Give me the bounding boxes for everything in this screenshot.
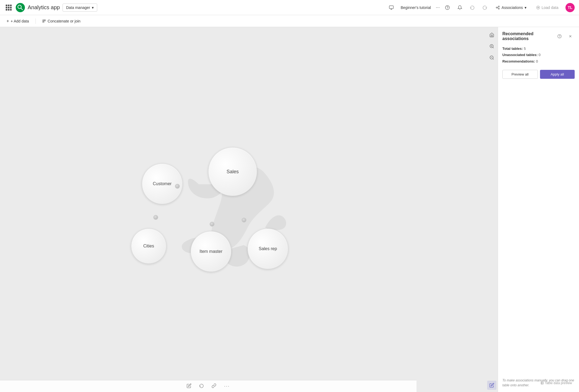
- total-tables-row: Total tables: 5: [502, 45, 575, 52]
- zoom-in-button[interactable]: [487, 42, 496, 51]
- redo-button[interactable]: [480, 3, 489, 12]
- unassociated-value: 0: [539, 53, 541, 57]
- topbar-right: Associations ▾ Load data TL: [443, 3, 575, 12]
- panel-info: Total tables: 5 Unassociated tables: 0 R…: [502, 45, 575, 64]
- node-sales-label: Sales: [226, 169, 239, 175]
- preview-all-button[interactable]: Preview all: [502, 70, 538, 79]
- svg-line-18: [493, 47, 493, 48]
- conn-dot-sales-rep: [242, 218, 246, 223]
- more-bottom-button[interactable]: ···: [223, 382, 231, 390]
- panel-header-icons: [555, 32, 575, 41]
- svg-point-7: [496, 7, 497, 8]
- bell-icon: [457, 5, 462, 10]
- associations-label: Associations: [502, 5, 523, 10]
- zoom-out-icon: [489, 55, 494, 60]
- help-icon: [445, 5, 450, 10]
- data-manager-dropdown[interactable]: Data manager ▾: [63, 4, 97, 12]
- associations-button[interactable]: Associations ▾: [493, 4, 529, 11]
- toolbar: + + Add data Concatenate or join: [0, 15, 579, 27]
- load-data-button[interactable]: Load data: [533, 4, 562, 11]
- node-sales-rep-label: Sales rep: [259, 246, 277, 251]
- svg-line-10: [497, 6, 498, 7]
- node-customer-label: Customer: [153, 181, 171, 186]
- notifications-button[interactable]: [456, 3, 464, 12]
- more-options-icon[interactable]: ···: [436, 5, 440, 10]
- grid-icon: [6, 5, 12, 11]
- panel-help-button[interactable]: [555, 32, 564, 41]
- panel-footer: To make associations manually, you can d…: [502, 378, 575, 388]
- node-sales[interactable]: Sales: [208, 147, 257, 196]
- chevron-down-icon: ▾: [92, 5, 94, 10]
- svg-line-1: [21, 8, 22, 9]
- concatenate-button[interactable]: Concatenate or join: [40, 18, 83, 24]
- total-tables-value: 5: [524, 47, 526, 51]
- add-data-button[interactable]: + + Add data: [4, 18, 31, 25]
- panel-header: Recommended associations: [502, 31, 575, 41]
- avatar-initials: TL: [568, 5, 572, 10]
- tutorial-label[interactable]: Beginner's tutorial: [398, 4, 434, 11]
- svg-rect-28: [541, 382, 543, 384]
- node-sales-rep[interactable]: Sales rep: [248, 228, 288, 269]
- svg-point-25: [560, 37, 560, 37]
- unassociated-row: Unassociated tables: 0: [502, 52, 575, 58]
- panel-close-button[interactable]: [566, 32, 575, 41]
- home-icon: [489, 32, 494, 37]
- app-menu-button[interactable]: [4, 3, 13, 12]
- pencil-icon: [489, 383, 494, 388]
- dropdown-label: Data manager: [66, 5, 90, 10]
- home-view-button[interactable]: [487, 30, 496, 40]
- recommendations-row: Recommendations: 0: [502, 58, 575, 64]
- conn-dot-item-center: [210, 222, 214, 227]
- svg-line-22: [493, 58, 493, 59]
- panel-actions: Preview all Apply all: [502, 70, 575, 79]
- edit-icon: [187, 383, 191, 388]
- divider: [35, 18, 36, 24]
- undo-bottom-button[interactable]: [198, 382, 205, 390]
- svg-rect-15: [44, 19, 45, 21]
- recommendations-value: 0: [536, 59, 538, 63]
- link-bottom-button[interactable]: [210, 382, 217, 390]
- panel-help-icon: [557, 34, 562, 38]
- panel-title: Recommended associations: [502, 31, 555, 41]
- node-cities[interactable]: Cities: [131, 228, 166, 264]
- svg-point-13: [538, 7, 539, 8]
- main-content: Sales Customer Cities Item master Sales …: [0, 27, 579, 392]
- zoom-in-icon: [489, 44, 494, 49]
- table-icon: [541, 381, 544, 385]
- unassociated-label: Unassociated tables:: [502, 53, 538, 57]
- bottom-toolbar: ···: [0, 380, 417, 392]
- side-toolbar: [486, 27, 498, 392]
- apply-all-button[interactable]: Apply all: [540, 70, 575, 79]
- screen-icon: [389, 5, 394, 10]
- canvas[interactable]: Sales Customer Cities Item master Sales …: [0, 27, 498, 392]
- concatenate-icon: [42, 19, 46, 23]
- edit-bottom-button[interactable]: [186, 382, 193, 390]
- topbar-center: Beginner's tutorial ···: [387, 3, 440, 12]
- help-button[interactable]: [443, 3, 452, 12]
- conn-dot-cities-sales: [153, 215, 158, 220]
- close-icon: [568, 34, 572, 38]
- undo-button[interactable]: [468, 3, 477, 12]
- topbar-left: Analytics app Data manager ▾: [4, 3, 384, 12]
- screen-icon-btn[interactable]: [387, 3, 396, 12]
- data-preview-button[interactable]: Table data preview: [541, 381, 572, 385]
- recommendations-label: Recommendations:: [502, 59, 535, 63]
- node-cities-label: Cities: [143, 244, 154, 249]
- link-icon: [212, 383, 216, 388]
- qlik-icon: [17, 5, 23, 11]
- more-dots-icon: ···: [224, 383, 230, 389]
- add-data-label: + Add data: [11, 19, 29, 23]
- svg-rect-14: [43, 19, 44, 21]
- redo-icon: [482, 5, 487, 10]
- plus-icon: +: [6, 19, 9, 24]
- total-tables-label: Total tables:: [502, 47, 523, 51]
- edit-mode-button[interactable]: [487, 381, 496, 390]
- node-item-master-label: Item master: [200, 249, 222, 254]
- node-item-master[interactable]: Item master: [191, 231, 231, 272]
- app-name: Analytics app: [28, 4, 60, 11]
- zoom-out-button[interactable]: [487, 53, 496, 62]
- qlik-logo[interactable]: [16, 3, 25, 12]
- avatar[interactable]: TL: [565, 3, 575, 12]
- conn-dot-customer-sales: [175, 184, 180, 189]
- associations-icon: [496, 5, 500, 10]
